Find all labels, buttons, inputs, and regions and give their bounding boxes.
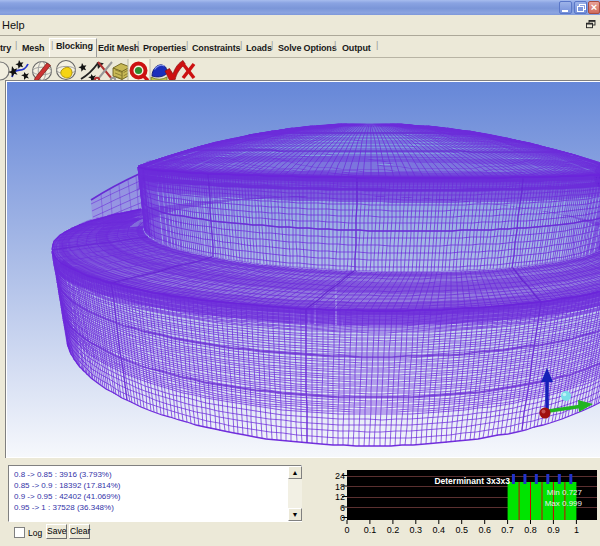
- svg-text:Max 0.999: Max 0.999: [545, 499, 583, 508]
- svg-text:Determinant 3x3x3: Determinant 3x3x3: [434, 476, 510, 486]
- svg-text:0.5: 0.5: [455, 525, 468, 535]
- svg-text:0.1: 0.1: [364, 525, 377, 535]
- svg-text:0.3: 0.3: [410, 525, 423, 535]
- svg-text:Min 0.727: Min 0.727: [547, 488, 583, 497]
- svg-text:0.2: 0.2: [387, 525, 400, 535]
- svg-text:0.8: 0.8: [524, 525, 537, 535]
- svg-text:0.6: 0.6: [478, 525, 491, 535]
- svg-text:0.9: 0.9: [547, 525, 560, 535]
- svg-text:0: 0: [344, 525, 349, 535]
- svg-text:0.7: 0.7: [501, 525, 514, 535]
- svg-text:0.4: 0.4: [433, 525, 446, 535]
- svg-text:1: 1: [574, 525, 579, 535]
